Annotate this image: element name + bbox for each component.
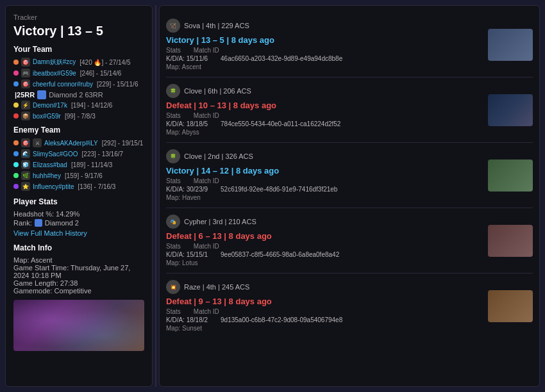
match-id-label: Match ID — [194, 47, 219, 54]
match-header: 🍀 Clove | 6th | 206 ACS — [166, 84, 482, 98]
player-row: 🎯 Damn妖妖#zcy [420 🔥] - 27/14/5 — [13, 58, 144, 67]
player-stats-section: Player Stats Headshot %: 14.29% Rank: Di… — [13, 197, 144, 237]
match-id-label: Match ID — [194, 177, 219, 184]
agent-icon: 🎯 — [21, 138, 30, 147]
player-rating: [159] - 9/17/6 — [65, 172, 103, 179]
match-id-value: 52c619fd-92ee-48d6-91e9-7416df3f21eb — [221, 186, 337, 193]
match-agent-info: Sova | 4th | 229 ACS — [184, 22, 249, 29]
player-row: 🧊 Elizass#bad [189] - 11/14/3 — [13, 160, 144, 169]
match-thumbnail — [488, 225, 533, 257]
player-dot — [13, 173, 19, 178]
match-stats-header: Stats Match ID — [166, 243, 482, 250]
map-label: Map: — [13, 256, 29, 264]
match-main: 🎭 Cypher | 3rd | 210 ACS Defeat | 6 – 13… — [166, 215, 482, 266]
rr-text: |25RR — [15, 91, 35, 99]
match-header: 🍀 Clove | 2nd | 326 ACS — [166, 149, 482, 163]
agent-icon: 🎮 — [21, 69, 30, 78]
view-match-history-link[interactable]: View Full Match History — [13, 229, 144, 237]
match-id-label: Match ID — [194, 112, 219, 119]
match-stats-values: K/D/A: 15/11/6 46ac6650-a203-432e-9d89-e… — [166, 55, 482, 62]
player-row: ⭐ Influency#ptite [136] - 7/16/3 — [13, 182, 144, 191]
match-result-line: Defeat | 6 – 13 | 8 days ago — [166, 231, 482, 241]
thumb-inner — [488, 94, 533, 126]
match-stats-header: Stats Match ID — [166, 177, 482, 184]
player-dot — [13, 151, 19, 156]
headshot-stat: Headshot %: 14.29% — [13, 210, 144, 218]
match-result-line: Victory | 14 – 12 | 8 days ago — [166, 166, 482, 176]
match-map-label: Map: Abyss — [166, 129, 482, 136]
match-agent-info: Clove | 6th | 206 ACS — [184, 87, 251, 95]
match-agent-info: Clove | 2nd | 326 ACS — [184, 152, 253, 160]
player-row: 🎯 ⚔ AleksAKAderp#iLY [292] - 19/15/1 — [13, 138, 144, 147]
match-id-value: 9ee05837-c8f5-4665-98a0-6a8ea0fe8a42 — [221, 251, 339, 258]
match-result-line: Victory | 13 – 5 | 8 days ago — [166, 35, 482, 45]
agent-icon: 🏹 — [166, 19, 180, 33]
tracker-label: Tracker — [13, 13, 144, 21]
agent-icon: 🧊 — [21, 160, 30, 169]
match-card: 🍀 Clove | 6th | 206 ACS Defeat | 10 – 13… — [166, 78, 533, 143]
player-name: Elizass#bad — [33, 161, 67, 168]
player-name: Influency#ptite — [33, 183, 74, 190]
agent-icon: 🎭 — [166, 215, 180, 229]
match-result-title: Victory | 13 – 5 — [13, 24, 144, 38]
player-name: Damn妖妖#zcy — [33, 58, 76, 67]
rank-icon — [37, 90, 46, 99]
player-rating: [246] - 15/14/6 — [80, 70, 122, 77]
player-dot — [13, 113, 19, 118]
stats-label: Stats — [166, 177, 181, 184]
player-name: huhh#hey — [33, 172, 61, 179]
match-thumbnail — [488, 290, 533, 322]
rank-label: Diamond 2 63RR — [49, 91, 103, 99]
player-row: 🌿 huhh#hey [159] - 9/17/6 — [13, 171, 144, 180]
player-name: box#G59r — [33, 113, 61, 120]
player-dot — [13, 140, 19, 145]
match-stats-header: Stats Match ID — [166, 308, 482, 315]
player-row: 🎯 cheerful connor#ruby [229] - 15/11/6 — [13, 79, 144, 88]
match-id-value: 9d135a00-c6b8-47c2-9d08-09a5406794e8 — [221, 316, 342, 323]
match-agent-info: Raze | 4th | 245 ACS — [184, 283, 249, 291]
player-dot — [13, 102, 19, 108]
player-dot — [13, 70, 19, 76]
player-name: Demon#17k — [33, 102, 67, 109]
length-info: Game Length: 27:38 — [13, 279, 144, 287]
player-dot — [13, 81, 19, 86]
length-label: Game Length: — [13, 279, 58, 287]
left-panel: Tracker Victory | 13 – 5 Your Team 🎯 Dam… — [5, 5, 153, 387]
match-info-section: Match Info Map: Ascent Game Start Time: … — [13, 243, 144, 351]
match-map-label: Map: Lotus — [166, 259, 482, 266]
player-row: 📦 box#G59r [99] - 7/8/3 — [13, 111, 144, 120]
stats-value: K/D/A: 15/11/6 — [166, 55, 208, 62]
match-stats-values: K/D/A: 15/15/1 9ee05837-c8f5-4665-98a0-6… — [166, 251, 482, 258]
your-team-label: Your Team — [13, 45, 144, 54]
match-card: 🍀 Clove | 2nd | 326 ACS Victory | 14 – 1… — [166, 143, 533, 208]
rr-divider-row: |25RR Diamond 2 63RR — [13, 90, 144, 99]
match-thumbnail — [488, 94, 533, 126]
match-id-label: Match ID — [194, 308, 219, 315]
match-stats-header: Stats Match ID — [166, 47, 482, 54]
player-name: cheerful connor#ruby — [33, 81, 93, 88]
rank-stat-row: Rank: Diamond 2 — [13, 219, 144, 227]
match-agent-info: Cypher | 3rd | 210 ACS — [184, 218, 256, 225]
agent-icon: 🌊 — [21, 149, 30, 158]
hs-value: 14.29% — [56, 210, 80, 218]
stats-label: Stats — [166, 112, 181, 119]
start-label: Game Start Time: — [13, 264, 69, 272]
match-result-line: Defeat | 10 – 13 | 8 days ago — [166, 101, 482, 110]
player-rating: [189] - 11/14/3 — [71, 161, 113, 168]
match-map-label: Map: Sunset — [166, 325, 482, 332]
stats-label: Stats — [166, 243, 181, 250]
player-row: 🎮 ibeatbox#G59e [246] - 15/14/6 — [13, 69, 144, 78]
match-info-label: Match Info — [13, 243, 144, 252]
player-name: ibeatbox#G59e — [33, 70, 76, 77]
agent-icon: 🎯 — [21, 79, 30, 88]
thumb-inner — [488, 225, 533, 257]
match-main: 🏹 Sova | 4th | 229 ACS Victory | 13 – 5 … — [166, 19, 482, 70]
match-id-value: 46ac6650-a203-432e-9d89-e49a94dc8b8e — [221, 55, 342, 62]
match-stats-values: K/D/A: 30/23/9 52c619fd-92ee-48d6-91e9-7… — [166, 186, 482, 193]
player-rating: [194] - 14/12/6 — [71, 102, 113, 109]
match-header: 💥 Raze | 4th | 245 ACS — [166, 280, 482, 294]
match-main: 💥 Raze | 4th | 245 ACS Defeat | 9 – 13 |… — [166, 280, 482, 332]
player-dot — [13, 60, 19, 65]
hs-label: Headshot %: — [13, 210, 54, 218]
map-preview-image — [13, 300, 144, 351]
